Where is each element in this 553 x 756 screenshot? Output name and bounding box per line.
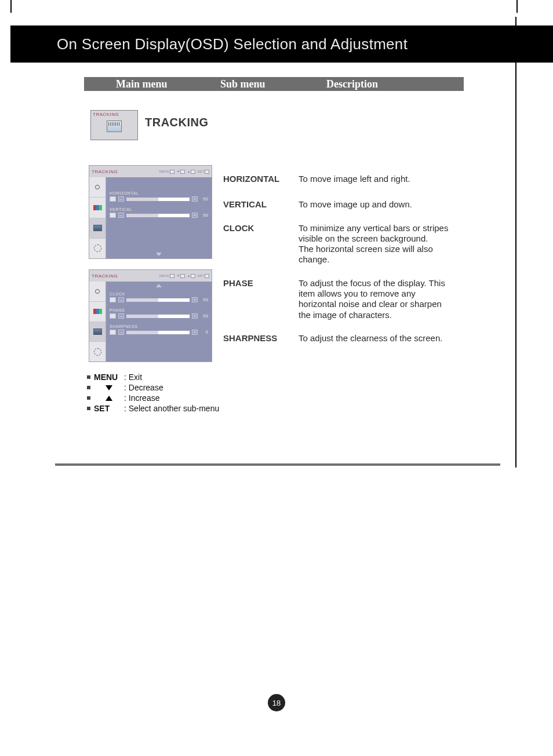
osd1-row-vertical: VERTICAL – + 50 xyxy=(110,207,208,218)
setting-clock: CLOCK To minimize any vertical bars or s… xyxy=(223,223,452,265)
col-sub-menu: Sub menu xyxy=(220,78,265,90)
setting-2-desc: To minimize any vertical bars or stripes… xyxy=(299,223,452,265)
color-icon xyxy=(89,302,105,322)
osd1-row-horizontal: HORIZONTAL – + 50 xyxy=(110,191,208,202)
legend-2-desc: : Increase xyxy=(124,393,159,403)
osd2-row2-value: 5 xyxy=(200,330,208,335)
osd2-main: CLOCK – + 50 PHASE – + 50 xyxy=(106,282,212,361)
setting-4-desc: To adjust the clearness of the screen. xyxy=(299,333,442,344)
osd1-row0-label: HORIZONTAL xyxy=(110,191,208,195)
vertical-icon xyxy=(110,213,116,218)
setup-icon xyxy=(89,239,105,258)
osd2-controls: MENU ▼ ▲ SET xyxy=(159,274,209,278)
minus-icon: – xyxy=(118,213,124,218)
legend-0-desc: : Exit xyxy=(124,372,142,382)
sharpness-icon xyxy=(110,330,116,335)
osd2-row1-label: PHASE xyxy=(110,308,208,312)
slider-track xyxy=(126,298,190,302)
slider-track xyxy=(126,198,190,201)
header-band: On Screen Display(OSD) Selection and Adj… xyxy=(10,25,553,63)
setting-sharpness: SHARPNESS To adjust the clearness of the… xyxy=(223,333,452,344)
minus-icon: – xyxy=(118,196,124,202)
osd1-controls: MENU ▼ ▲ SET xyxy=(159,170,209,174)
setting-phase: PHASE To adjust the focus of the display… xyxy=(223,278,452,320)
setting-1-desc: To move image up and down. xyxy=(299,199,412,210)
minus-icon: – xyxy=(118,313,124,319)
tracking-thumbnail: TRACKING xyxy=(90,110,138,140)
osd2-row-sharpness: SHARPNESS – + 5 xyxy=(110,324,208,335)
triangle-down-icon xyxy=(94,385,124,390)
minus-icon: – xyxy=(118,330,124,335)
slider-track xyxy=(126,315,190,318)
osd1-main: HORIZONTAL – + 50 VERTICAL – + 50 xyxy=(106,177,212,258)
setting-0-sub: HORIZONTAL xyxy=(223,174,299,184)
osd1-row0-value: 50 xyxy=(200,196,208,202)
osd2-title: TRACKING xyxy=(92,273,118,279)
plus-icon: + xyxy=(192,313,198,319)
legend-1-desc: : Decrease xyxy=(124,383,163,392)
osd2-row0-label: CLOCK xyxy=(110,292,208,296)
horizontal-icon xyxy=(110,196,116,202)
setting-1-sub: VERTICAL xyxy=(223,199,299,210)
osd-panel-2: TRACKING MENU ▼ ▲ SET CLOCK – + 50 xyxy=(89,269,212,362)
slider-track xyxy=(126,214,190,217)
plus-icon: + xyxy=(192,330,198,335)
legend-menu: MENU : Exit xyxy=(87,372,219,382)
osd2-row1-value: 50 xyxy=(200,313,208,319)
osd1-title: TRACKING xyxy=(92,169,118,174)
setup-icon xyxy=(89,342,105,361)
color-icon xyxy=(89,198,105,218)
legend-up: : Increase xyxy=(87,393,219,403)
tracking-thumbnail-label: TRACKING xyxy=(91,111,137,118)
tracking-icon xyxy=(107,120,122,132)
slider-track xyxy=(126,331,190,334)
triangle-up-icon xyxy=(94,396,124,401)
legend-set: SET : Select another sub-menu xyxy=(87,403,219,414)
setting-3-desc: To adjust the focus of the display. This… xyxy=(299,278,452,320)
osd2-row-clock: CLOCK – + 50 xyxy=(110,292,208,302)
legend-0-key: MENU xyxy=(94,372,124,382)
osd2-titlebar: TRACKING MENU ▼ ▲ SET xyxy=(89,270,212,282)
osd1-menu-label: MENU xyxy=(159,170,170,173)
osd-panel-1: TRACKING MENU ▼ ▲ SET HORIZONTAL – + 50 xyxy=(89,165,212,259)
legend-down: : Decrease xyxy=(87,382,219,393)
setting-0-desc: To move image left and right. xyxy=(299,174,410,184)
settings-list: HORIZONTAL To move image left and right.… xyxy=(223,174,452,356)
col-main-menu: Main menu xyxy=(116,78,168,90)
crop-marks xyxy=(0,0,553,14)
osd2-sidebar xyxy=(89,282,106,361)
tracking-tab-icon xyxy=(89,322,105,342)
setting-horizontal: HORIZONTAL To move image left and right. xyxy=(223,174,452,184)
osd2-set-label: SET xyxy=(197,274,204,277)
section-divider xyxy=(55,463,500,466)
brightness-icon xyxy=(89,282,105,302)
tracking-heading: TRACKING xyxy=(145,116,209,129)
osd2-row2-label: SHARPNESS xyxy=(110,324,208,328)
phase-icon xyxy=(110,313,116,319)
osd1-titlebar: TRACKING MENU ▼ ▲ SET xyxy=(89,166,212,177)
page-number: 18 xyxy=(272,699,281,707)
osd2-row0-value: 50 xyxy=(200,297,208,302)
osd1-row1-value: 50 xyxy=(200,213,208,218)
setting-3-sub: PHASE xyxy=(223,278,299,320)
page-title: On Screen Display(OSD) Selection and Adj… xyxy=(57,35,408,53)
legend-3-key: SET xyxy=(94,404,124,413)
osd1-sidebar xyxy=(89,177,106,258)
plus-icon: + xyxy=(192,196,198,202)
setting-4-sub: SHARPNESS xyxy=(223,333,299,344)
legend-3-desc: : Select another sub-menu xyxy=(124,404,219,413)
setting-vertical: VERTICAL To move image up and down. xyxy=(223,199,452,210)
minus-icon: – xyxy=(118,297,124,302)
osd1-set-label: SET xyxy=(197,170,204,173)
osd1-row1-label: VERTICAL xyxy=(110,207,208,211)
tracking-tab-icon xyxy=(89,218,105,239)
brightness-icon xyxy=(89,177,105,198)
page-frame-right xyxy=(515,17,516,468)
osd2-menu-label: MENU xyxy=(159,274,170,277)
col-description: Description xyxy=(326,78,378,90)
plus-icon: + xyxy=(192,213,198,218)
page-number-badge: 18 xyxy=(268,694,285,711)
button-legend: MENU : Exit : Decrease : Increase SET : … xyxy=(87,372,219,414)
clock-icon xyxy=(110,297,116,302)
osd2-row-phase: PHASE – + 50 xyxy=(110,308,208,319)
